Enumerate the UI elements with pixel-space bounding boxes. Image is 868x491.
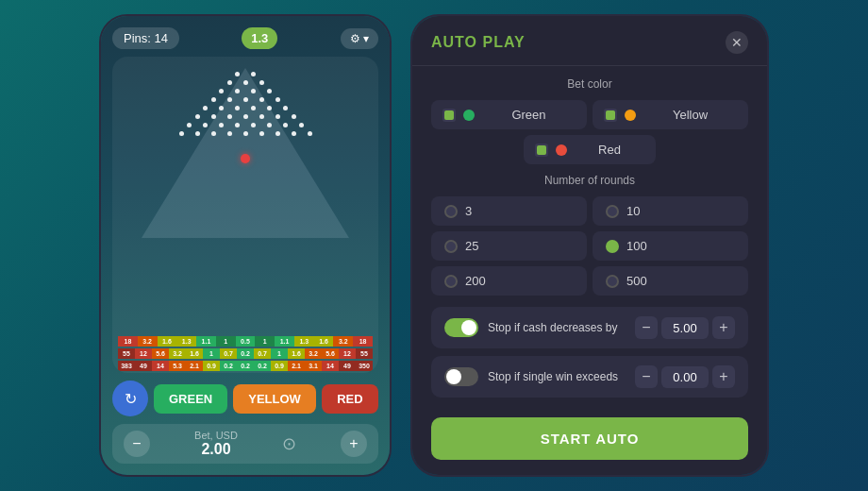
- refresh-button[interactable]: ↻: [112, 381, 148, 416]
- round-option-100[interactable]: 100: [593, 231, 748, 261]
- bet-info: Bet, USD 2.00: [194, 430, 238, 458]
- green-label: Green: [482, 108, 576, 122]
- round-value-200: 200: [465, 274, 486, 288]
- bet-label: Bet, USD: [194, 430, 238, 441]
- stop-win-condition: Stop if single win exceeds − 0.00 +: [431, 356, 748, 398]
- bet-value: 2.00: [194, 441, 238, 458]
- round-value-25: 25: [465, 239, 478, 253]
- bet-increase-button[interactable]: +: [341, 431, 367, 457]
- rounds-grid: 3 10 25 100 200: [431, 196, 748, 296]
- stop-cash-value: 5.00: [661, 317, 709, 339]
- multiplier-badge: 1.3: [242, 27, 277, 49]
- green-dot: [463, 110, 475, 121]
- round-value-500: 500: [626, 274, 647, 288]
- modal-header: AUTO PLAY ✕: [412, 16, 767, 66]
- score-section: 18 3.2 1.6 1.3 1.1 1 0.5 1 1.1 1.3 1.6 3…: [116, 336, 375, 373]
- color-option-red[interactable]: Red: [524, 135, 656, 164]
- stop-win-knob: [446, 369, 461, 384]
- bet-color-label: Bet color: [431, 77, 748, 91]
- round-radio-100: [606, 240, 619, 253]
- stop-cash-label: Stop if cash decreases by: [488, 320, 626, 336]
- green-button[interactable]: GREEN: [154, 384, 227, 414]
- round-radio-25: [444, 240, 458, 253]
- start-auto-button[interactable]: START AUTO: [431, 417, 748, 460]
- red-dot: [556, 144, 567, 156]
- stop-cash-condition: Stop if cash decreases by − 5.00 +: [431, 307, 748, 348]
- stop-win-toggle[interactable]: [444, 367, 478, 386]
- color-option-yellow[interactable]: Yellow: [593, 100, 748, 129]
- round-option-10[interactable]: 10: [593, 196, 748, 226]
- plinko-board: [116, 64, 375, 336]
- bet-controls: ↻ GREEN YELLOW RED − Bet, USD 2.00 ⊙ +: [112, 381, 378, 464]
- stop-cash-decrease[interactable]: −: [635, 316, 658, 339]
- round-value-10: 10: [626, 204, 640, 218]
- pins-label: Pins: 14: [124, 31, 168, 45]
- modal-footer: START AUTO: [412, 406, 767, 475]
- yellow-checkbox: [604, 109, 617, 122]
- green-checkbox: [442, 109, 456, 122]
- round-option-25[interactable]: 25: [431, 231, 587, 261]
- top-bar: Pins: 14 1.3 ⚙ ▾: [112, 27, 378, 49]
- stop-cash-knob: [461, 320, 476, 335]
- round-option-3[interactable]: 3: [431, 196, 587, 226]
- multiplier-value: 1.3: [251, 31, 268, 45]
- stop-cash-control: − 5.00 +: [635, 316, 735, 339]
- color-option-green[interactable]: Green: [431, 100, 587, 129]
- modal-title: AUTO PLAY: [431, 34, 526, 51]
- red-checkbox: [535, 144, 548, 157]
- yellow-dot: [625, 110, 636, 121]
- bet-color-center: Red: [431, 135, 748, 164]
- round-radio-200: [444, 275, 458, 288]
- bet-row: − Bet, USD 2.00 ⊙ +: [112, 424, 378, 464]
- color-buttons: ↻ GREEN YELLOW RED: [112, 381, 378, 416]
- stop-win-increase[interactable]: +: [712, 365, 735, 388]
- close-button[interactable]: ✕: [726, 31, 748, 54]
- right-phone: AUTO PLAY ✕ Bet color Green: [410, 14, 769, 477]
- ball: [241, 154, 250, 163]
- round-radio-500: [606, 275, 619, 288]
- stop-win-control: − 0.00 +: [635, 365, 735, 388]
- bet-decrease-button[interactable]: −: [124, 431, 150, 457]
- red-label: Red: [575, 143, 644, 157]
- round-radio-3: [444, 205, 458, 218]
- round-radio-10: [606, 205, 619, 218]
- game-area: 18 3.2 1.6 1.3 1.1 1 0.5 1 1.1 1.3 1.6 3…: [112, 57, 378, 373]
- stack-icon: ⊙: [282, 433, 296, 454]
- rounds-label: Number of rounds: [431, 174, 748, 187]
- yellow-button[interactable]: YELLOW: [233, 384, 316, 414]
- pins-badge: Pins: 14: [112, 27, 179, 49]
- round-value-3: 3: [465, 204, 472, 218]
- left-phone: Pins: 14 1.3 ⚙ ▾: [99, 14, 392, 477]
- pins-container: [132, 72, 359, 140]
- stop-win-label: Stop if single win exceeds: [488, 369, 626, 385]
- round-option-500[interactable]: 500: [593, 266, 748, 296]
- modal-body: Bet color Green Yellow: [412, 66, 767, 406]
- round-value-100: 100: [626, 239, 647, 253]
- settings-button[interactable]: ⚙ ▾: [341, 28, 378, 49]
- stop-win-decrease[interactable]: −: [635, 365, 658, 388]
- yellow-label: Yellow: [643, 108, 737, 122]
- bet-color-grid: Green Yellow: [431, 100, 748, 129]
- stop-cash-toggle[interactable]: [444, 318, 478, 337]
- stop-win-value: 0.00: [661, 366, 709, 388]
- settings-icon: ⚙ ▾: [350, 32, 369, 45]
- red-button[interactable]: RED: [322, 384, 378, 414]
- stop-cash-increase[interactable]: +: [712, 316, 735, 339]
- round-option-200[interactable]: 200: [431, 266, 587, 296]
